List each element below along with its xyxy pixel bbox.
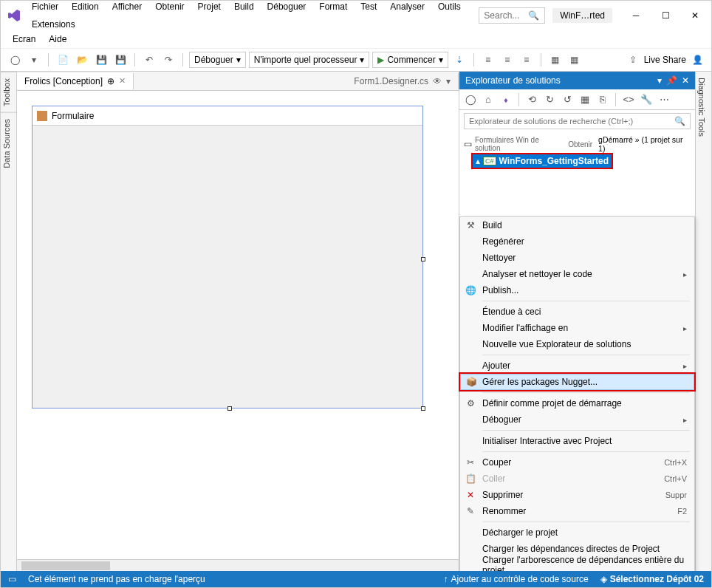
nuget-icon: 📦 [465,377,477,387]
status-icon: ▭ [8,574,16,584]
ctx-paste: 📋CollerCtrl+V [460,471,694,487]
ctx-debug[interactable]: Déboguer▸ [460,411,694,428]
globe-icon: 🌐 [465,285,476,295]
config-combo[interactable]: Déboguer▾ [189,52,246,68]
ctx-set-startup[interactable]: ⚙Définir comme projet de démarrage [460,395,694,411]
start-debug-button[interactable]: ▶ Commencer▾ [372,52,448,68]
sx-sync-button[interactable]: ⟲ [524,92,540,108]
nav-fwd-button[interactable]: ▾ [26,52,42,68]
save-button[interactable]: 💾 [93,52,109,68]
close-tab-icon[interactable]: ✕ [119,76,126,86]
form-designer-surface[interactable]: Formulaire [32,106,423,408]
status-repo[interactable]: ◈Sélectionnez Dépôt 02 [600,574,704,584]
solution-node[interactable]: ▭ Formulaires Win de solution Obtenir gD… [464,134,691,154]
ctx-init-interactive[interactable]: Initialiser Interactive avec Project [460,433,694,449]
data-sources-tab[interactable]: Data Sources [1,112,16,174]
open-button[interactable]: 📂 [74,52,90,68]
solexp-dropdown-icon[interactable]: ▾ [657,75,662,86]
platform-combo[interactable]: N'importe quel processeur▾ [249,52,370,68]
sx-refresh-button[interactable]: ↻ [541,92,558,108]
ctx-cut[interactable]: ✂CouperCtrl+X [460,454,694,471]
nav-back-button[interactable]: ◯ [7,52,23,68]
diagnostic-tab[interactable]: Diagnostic Tools [696,72,708,143]
close-button[interactable]: ✕ [685,7,705,24]
ctx-unload[interactable]: Décharger le projet [460,524,694,541]
menu-tools[interactable]: Outils [432,0,467,15]
account-icon[interactable]: 👤 [689,52,705,68]
menu-analyze[interactable]: Analyser [384,0,431,15]
solexp-close-icon[interactable]: ✕ [682,75,689,86]
ctx-publish[interactable]: 🌐Publish... [460,282,694,298]
gear-icon: ⚙ [465,398,476,408]
ctx-new-view[interactable]: Nouvelle vue Explorateur de solutions [460,336,694,352]
sx-properties-button[interactable]: 🔧 [638,92,654,108]
search-input[interactable] [484,10,528,21]
menu-get[interactable]: Obtenir [149,0,190,15]
form-icon [37,111,47,121]
menu-project[interactable]: Projet [192,0,227,15]
ctx-scope[interactable]: Étendue à ceci [460,304,694,320]
build-icon: ⚒ [465,220,476,230]
maximize-button[interactable]: ☐ [655,7,676,24]
align-center-button[interactable]: ≡ [499,52,516,68]
save-all-button[interactable]: 💾 [112,52,129,68]
sx-copy-button[interactable]: ⎘ [595,92,611,108]
solexp-search-input[interactable] [469,117,674,126]
horizontal-scrollbar[interactable] [17,559,459,571]
ctx-delete[interactable]: ✕SupprimerSuppr [460,487,694,503]
ctx-load-tree[interactable]: Charger l'arborescence de dépendances en… [460,557,694,571]
preview-icon: 👁 [433,76,442,86]
rename-icon: ✎ [465,506,476,516]
quick-search[interactable]: 🔍 [479,7,545,24]
liveshare-label[interactable]: Live Share [644,55,686,65]
dropdown-icon[interactable]: ▾ [446,76,451,86]
sx-collapse-button[interactable]: ↺ [559,92,575,108]
sx-back-button[interactable]: ◯ [462,92,479,108]
toolbox-tab[interactable]: Toolbox [1,72,16,112]
liveshare-icon[interactable]: ⇪ [625,52,641,68]
sx-home-button[interactable]: ⌂ [480,92,496,108]
project-node[interactable]: ▴ C# WinForms_GettingStarted [473,154,612,168]
menu-file[interactable]: Fichier [26,0,64,15]
ctx-build[interactable]: ⚒Build [460,217,694,233]
cut-icon: ✂ [465,457,476,468]
new-item-button[interactable]: 📄 [55,52,71,68]
menu-build[interactable]: Build [228,0,260,15]
sx-showall-button[interactable]: ▦ [577,92,593,108]
play-icon: ▶ [377,55,384,65]
doc-tab-active[interactable]: Frolics [Conception] ⊕ ✕ [17,73,134,89]
ctx-change-view[interactable]: Modifier l'affichage en▸ [460,320,694,336]
project-context-menu: ⚒Build Regénérer Nettoyer Analyser et ne… [459,216,695,571]
step-button[interactable]: ⇣ [451,52,468,68]
sx-more-button[interactable]: ⋯ [656,92,672,108]
ctx-nuget[interactable]: 📦Gérer les packages Nugget... [460,374,694,390]
solution-icon: ▭ [464,139,472,149]
ctx-rebuild[interactable]: Regénérer [460,233,694,250]
ctx-rename[interactable]: ✎RenommerF2 [460,503,694,519]
sx-code-button[interactable]: <> [620,92,637,108]
grid-button[interactable]: ▦ [547,52,564,68]
paste-icon: 📋 [465,474,476,484]
menu-test[interactable]: Test [355,0,383,15]
align-right-button[interactable]: ≡ [518,52,535,68]
menu-debug[interactable]: Déboguer [261,0,312,15]
layers-button[interactable]: ▦ [566,52,583,68]
status-left: Cet élément ne prend pas en charge l'ape… [28,574,205,584]
menu-format[interactable]: Format [313,0,353,15]
ctx-analyze[interactable]: Analyser et nettoyer le code▸ [460,266,694,282]
menu-screen[interactable]: Ecran [7,31,41,47]
doc-tab-inactive[interactable]: Form1.Designer.cs 👁 ▾ [346,73,459,89]
redo-button[interactable]: ↷ [160,52,177,68]
menu-view[interactable]: Afficher [106,0,148,15]
solexp-pin-icon[interactable]: 📌 [666,75,677,86]
pin-icon[interactable]: ⊕ [107,76,114,86]
menu-edit[interactable]: Edition [66,0,105,15]
ctx-add[interactable]: Ajouter▸ [460,358,694,374]
align-left-button[interactable]: ≡ [480,52,496,68]
ctx-clean[interactable]: Nettoyer [460,250,694,266]
menu-help[interactable]: Aide [43,31,72,47]
status-source-control[interactable]: ↑Ajouter au contrôle de code source [444,574,589,584]
minimize-button[interactable]: ─ [626,7,646,24]
sx-switch-button[interactable]: ⬧ [498,92,514,108]
undo-button[interactable]: ↶ [141,52,157,68]
